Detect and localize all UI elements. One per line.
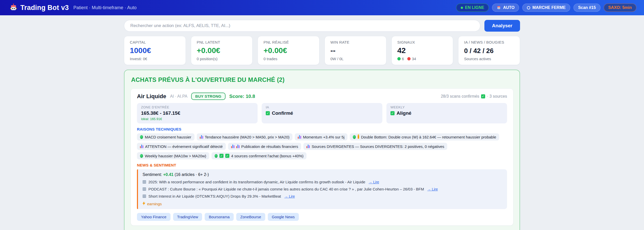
news-item: PODCAST : Culture Bourse : « Pourquoi Ai… xyxy=(143,187,502,191)
robot-icon xyxy=(497,5,501,10)
stat-card-win-rate: WIN RATE -- 0W / 0L xyxy=(325,36,386,65)
bar-chart-icon xyxy=(298,135,301,139)
bar-chart-icon xyxy=(306,145,310,148)
app-subtitle: Patient · Multi-timeframe · Auto xyxy=(73,5,136,10)
info-boxes-row: ZONE D'ENTRÉE 165.38€ - 167.15€ Idéal: 1… xyxy=(137,103,507,123)
stat-label: SIGNAUX xyxy=(397,40,447,44)
check-icon: ✓ xyxy=(219,154,223,158)
check-icon: ✓ xyxy=(390,111,395,115)
newspaper-icon xyxy=(143,187,146,191)
stat-label: WIN RATE xyxy=(330,40,381,44)
bar-chart-icon xyxy=(140,145,143,148)
stat-value: +0.00€ xyxy=(263,46,314,55)
source-pill[interactable]: TradingView xyxy=(173,213,202,221)
stat-card-signaux: SIGNAUX 42 6 34 xyxy=(391,36,453,65)
saxo-timer-badge: SAXO: 5min xyxy=(604,4,636,12)
buy-signals-dot-icon xyxy=(397,57,401,60)
navbar-badges: EN LIGNE AUTO MARCHE FERME Scan #15 SAXO… xyxy=(456,4,636,12)
read-link[interactable]: → Lire xyxy=(427,187,438,191)
online-dot-icon xyxy=(461,7,463,9)
source-pill[interactable]: Yahoo Finance xyxy=(137,213,171,221)
app-title: Trading Bot v3 xyxy=(20,4,69,12)
reason-chip: ✓ ✓ 4 sources confirment l'achat (bonus … xyxy=(212,152,306,159)
green-dot-icon xyxy=(140,154,143,158)
lightning-icon xyxy=(143,201,145,206)
check-icon: ✓ xyxy=(225,154,229,158)
stat-value: 42 xyxy=(397,46,447,55)
analyse-button[interactable]: Analyser xyxy=(484,20,520,32)
stat-card-pnl-latent: PNL LATENT +0.00€ 0 position(s) xyxy=(191,36,253,65)
stat-sub: 6 34 xyxy=(397,57,447,61)
scans-confirmed-label: 28/3 scans confirmés ✓ · 3 sources xyxy=(441,94,507,99)
earnings-tag: earnings xyxy=(143,201,502,206)
news-sources-row: Yahoo Finance TradingView Boursorama Zon… xyxy=(137,213,507,221)
reason-chip: Momentum +3.4% sur 5j xyxy=(295,133,347,140)
green-dot-icon xyxy=(140,135,143,139)
news-sentiment-title: NEWS & SENTIMENT xyxy=(137,163,507,167)
newspaper-icon xyxy=(143,180,146,184)
reasons-chips: MACD croisement haussier Tendance haussi… xyxy=(137,133,507,159)
news-sentiment-box: Sentiment: +0.41 (16 articles · 6+ 2-) 2… xyxy=(137,169,507,209)
robot-logo-icon xyxy=(10,3,17,12)
reason-chip: Weekly haussier (MA10w > MA20w) xyxy=(137,152,209,159)
news-item: Short Interest in Air Liquide (OTCMKTS:A… xyxy=(143,194,502,198)
sentiment-line: Sentiment: +0.41 (16 articles · 6+ 2-) xyxy=(143,172,502,177)
source-pill[interactable]: ZoneBourse xyxy=(236,213,265,221)
bar-chart-icon xyxy=(200,135,203,139)
sentiment-value: +0.41 xyxy=(163,172,173,177)
stat-sub: 0W / 0L xyxy=(330,57,381,61)
reason-chip: Sources DIVERGENTES — Sources DIVERGENTE… xyxy=(303,143,447,150)
online-status-badge: EN LIGNE xyxy=(456,4,489,12)
reason-chip: Tendance haussière (MA20 > MA50, prix > … xyxy=(197,133,293,140)
sell-signals-dot-icon xyxy=(407,57,411,60)
stat-value: 1000€ xyxy=(130,46,180,55)
stat-sub: Investi: 0€ xyxy=(130,57,180,61)
green-dot-icon xyxy=(353,135,356,139)
news-item: 2025: With a record performance and conf… xyxy=(143,180,502,184)
newspaper-icon xyxy=(143,195,146,198)
green-dot-icon xyxy=(215,154,218,158)
candle-icon xyxy=(358,135,359,139)
bar-chart-icon xyxy=(231,145,234,148)
entry-zone-box: ZONE D'ENTRÉE 165.38€ - 167.15€ Idéal: 1… xyxy=(137,103,258,123)
reason-chip: Publication de résultats financiers xyxy=(228,143,301,150)
stat-value: +0.00€ xyxy=(197,46,247,55)
stat-card-capital: CAPITAL 1000€ Investi: 0€ xyxy=(124,36,186,65)
stat-label: CAPITAL xyxy=(130,40,180,44)
signal-badge: BUY STRONG xyxy=(191,93,226,100)
ideal-price: Idéal: 165.91€ xyxy=(141,117,254,121)
check-icon: ✓ xyxy=(481,94,485,98)
stats-row: CAPITAL 1000€ Investi: 0€ PNL LATENT +0.… xyxy=(124,36,520,65)
signal-card-air-liquide: Air Liquide AI · AI.PA BUY STRONG Score:… xyxy=(131,88,513,226)
stock-name: Air Liquide xyxy=(137,93,166,100)
market-status-badge: MARCHE FERME xyxy=(522,4,570,12)
source-pill[interactable]: Boursorama xyxy=(205,213,234,221)
reason-chip: MACD croisement haussier xyxy=(137,133,194,140)
read-link[interactable]: → Lire xyxy=(284,194,295,198)
auto-mode-badge[interactable]: AUTO xyxy=(492,4,519,12)
panel-title: ACHATS PRÉVUS À L'OUVERTURE DU MARCHÉ (2… xyxy=(131,76,513,83)
market-closed-icon xyxy=(527,6,530,9)
reason-chip: ATTENTION — événement significatif détec… xyxy=(137,143,226,150)
stat-sub: Sources actives xyxy=(464,57,514,61)
stat-label: PNL RÉALISÉ xyxy=(263,40,314,44)
weekly-box: WEEKLY ✓ Aligné xyxy=(386,103,507,123)
stock-ticker: AI · AI.PA xyxy=(170,94,187,99)
search-input[interactable] xyxy=(124,20,480,32)
stat-label: PNL LATENT xyxy=(197,40,247,44)
reason-chip: Double Bottom: Double creux (W) à 162.64… xyxy=(350,133,499,140)
score-label: Score: 10.8 xyxy=(229,94,255,99)
stat-card-pnl-realise: PNL RÉALISÉ +0.00€ 0 trades xyxy=(258,36,319,65)
bar-chart-icon xyxy=(236,145,240,148)
read-link[interactable]: → Lire xyxy=(369,180,379,184)
check-icon: ✓ xyxy=(266,111,270,115)
stat-sub: 0 position(s) xyxy=(197,57,247,61)
top-navbar: Trading Bot v3 Patient · Multi-timeframe… xyxy=(0,0,644,15)
reasons-title: RAISONS TECHNIQUES xyxy=(137,127,507,131)
stat-value: -- xyxy=(330,46,381,55)
card-header: Air Liquide AI · AI.PA BUY STRONG Score:… xyxy=(137,93,507,100)
scan-counter-badge: Scan #15 xyxy=(573,4,600,12)
planned-buys-panel: ACHATS PRÉVUS À L'OUVERTURE DU MARCHÉ (2… xyxy=(124,70,520,230)
source-pill[interactable]: Google News xyxy=(268,213,299,221)
stat-value: 0 / 42 / 26 xyxy=(464,47,514,55)
